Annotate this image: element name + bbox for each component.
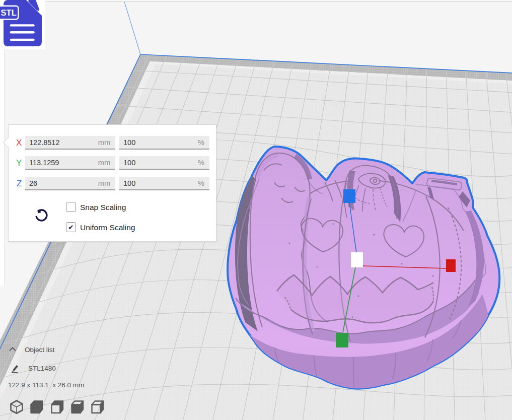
svg-text:STL: STL — [1, 8, 17, 17]
